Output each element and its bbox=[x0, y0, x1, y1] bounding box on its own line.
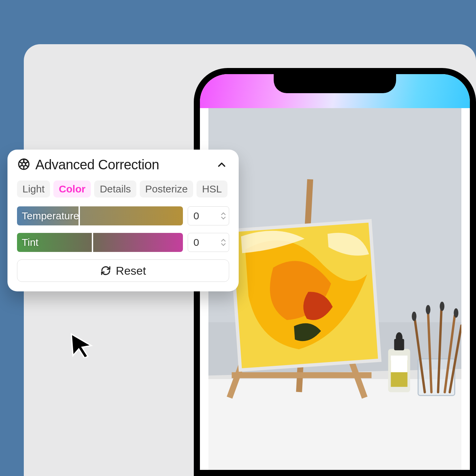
cursor-icon bbox=[68, 332, 95, 358]
svg-point-25 bbox=[454, 308, 458, 318]
panel-title: Advanced Correction bbox=[35, 157, 209, 172]
temperature-label: Temperature bbox=[22, 210, 79, 222]
gear-icon bbox=[17, 157, 31, 172]
tabs: Light Color Details Posterize HSL bbox=[17, 181, 229, 198]
chevron-up-icon bbox=[217, 160, 227, 170]
collapse-button[interactable] bbox=[214, 157, 229, 172]
tint-stepper-arrows[interactable] bbox=[221, 239, 226, 246]
tint-slider[interactable]: Tint bbox=[17, 233, 183, 252]
svg-rect-7 bbox=[232, 372, 372, 378]
advanced-correction-panel: Advanced Correction Light Color Details … bbox=[7, 150, 239, 291]
reset-label: Reset bbox=[116, 264, 146, 277]
svg-point-14 bbox=[396, 332, 403, 343]
svg-line-30 bbox=[19, 162, 22, 163]
tab-details[interactable]: Details bbox=[94, 181, 136, 198]
chevron-down-icon bbox=[221, 243, 226, 246]
temperature-handle[interactable] bbox=[79, 206, 80, 225]
phone-notch bbox=[274, 73, 396, 93]
tab-light[interactable]: Light bbox=[17, 181, 50, 198]
temperature-row: Temperature 0 bbox=[17, 206, 229, 225]
tint-row: Tint 0 bbox=[17, 233, 229, 252]
tab-posterize[interactable]: Posterize bbox=[140, 181, 193, 198]
svg-line-33 bbox=[26, 162, 29, 163]
tint-stepper[interactable]: 0 bbox=[188, 233, 229, 252]
temperature-stepper[interactable]: 0 bbox=[188, 206, 229, 225]
chevron-up-icon bbox=[221, 239, 226, 242]
chevron-up-icon bbox=[221, 212, 226, 216]
svg-line-31 bbox=[26, 165, 29, 167]
svg-point-23 bbox=[426, 305, 430, 314]
temperature-value: 0 bbox=[193, 210, 221, 222]
temperature-stepper-arrows[interactable] bbox=[221, 212, 226, 220]
svg-point-22 bbox=[412, 312, 417, 321]
panel-header: Advanced Correction bbox=[17, 157, 229, 172]
temperature-slider[interactable]: Temperature bbox=[17, 206, 183, 225]
reset-button[interactable]: Reset bbox=[17, 259, 229, 282]
tint-label: Tint bbox=[22, 237, 38, 248]
svg-line-32 bbox=[19, 165, 22, 167]
tab-color[interactable]: Color bbox=[53, 181, 91, 198]
tint-value: 0 bbox=[193, 237, 221, 248]
tab-hsl[interactable]: HSL bbox=[197, 181, 227, 198]
refresh-icon bbox=[100, 265, 111, 276]
svg-point-24 bbox=[440, 302, 444, 311]
editor-photo bbox=[208, 108, 461, 470]
tint-handle[interactable] bbox=[92, 233, 93, 252]
chevron-down-icon bbox=[221, 216, 226, 220]
svg-rect-12 bbox=[391, 356, 407, 372]
svg-marker-34 bbox=[71, 334, 91, 358]
